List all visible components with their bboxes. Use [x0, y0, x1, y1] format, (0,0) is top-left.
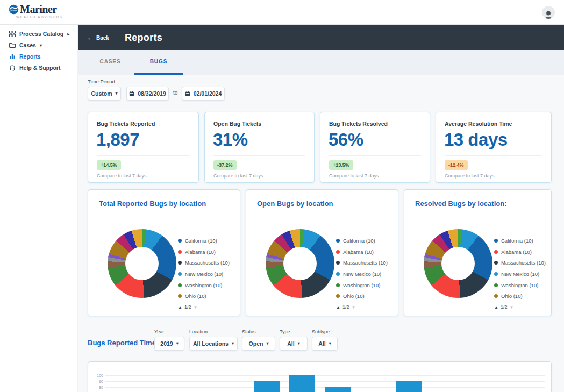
delta-badge: -12.4%	[445, 160, 468, 170]
y-axis-tick-label: 100	[90, 374, 103, 377]
stat-card-title: Bug Tickets Resolved	[329, 120, 388, 127]
legend-page-indicator: 1/2	[184, 304, 191, 310]
legend-item[interactable]: California (10)	[494, 235, 546, 246]
sidebar-item-cases[interactable]: Cases ▾	[0, 40, 77, 51]
filter-value: All Locations	[193, 340, 229, 347]
filter-dropdown-year[interactable]: 2019 ▾	[154, 337, 184, 351]
legend-label: Massachusetts (10)	[343, 260, 388, 266]
filter-label: Location:	[189, 329, 238, 334]
stat-card-title: Open Bug Tickets	[213, 120, 261, 127]
stat-card-value: 13 days	[444, 130, 508, 150]
legend-page-down-icon[interactable]: ▼	[509, 305, 513, 310]
legend-item[interactable]: California (10)	[178, 235, 230, 246]
compare-label: Compare to last 7 days	[445, 173, 495, 179]
sidebar-item-label: Process Catalog	[19, 31, 63, 37]
legend-page-up-icon[interactable]: ▲	[494, 305, 498, 310]
compare-label: Compare to last 7 days	[97, 173, 147, 179]
filter-label: Subtype	[312, 329, 338, 334]
filter-dropdown-subtype[interactable]: All ▾	[312, 337, 338, 351]
stat-card-divider	[97, 155, 190, 156]
stat-card-divider	[213, 155, 305, 156]
legend-item[interactable]: Ohio (10)	[336, 290, 388, 302]
date-from-field[interactable]: 08/32/2019	[126, 87, 169, 101]
stat-card-average-resolution-time: Average Resolution Time 13 days -12.4% C…	[436, 112, 552, 183]
chevron-right-icon: ▸	[67, 32, 69, 37]
back-label: Back	[96, 35, 109, 41]
filter-dropdown-location[interactable]: All Locations ▾	[189, 337, 238, 351]
legend-color-dot	[178, 283, 182, 287]
legend-item[interactable]: Washington (10)	[494, 280, 546, 291]
legend-item[interactable]: Massachusetts (10)	[494, 257, 546, 268]
tab-cases[interactable]: CASES	[86, 50, 134, 75]
legend-item[interactable]: Alabama (10)	[494, 246, 546, 258]
stat-card-title: Bug Tickets Reported	[97, 120, 155, 127]
legend-page-down-icon[interactable]: ▼	[193, 305, 197, 310]
filter-status: Status Open ▾	[242, 329, 275, 351]
back-button[interactable]: ← Back	[87, 34, 109, 41]
donut-chart	[108, 229, 176, 298]
legend-item[interactable]: Alabama (10)	[178, 246, 230, 258]
legend-page-indicator: 1/2	[342, 304, 349, 310]
legend-label: Washington (10)	[501, 282, 538, 288]
date-to-field[interactable]: 02/01/2024	[182, 87, 225, 101]
section-divider	[88, 323, 552, 323]
headset-icon	[9, 65, 16, 71]
legend-item[interactable]: Massachusetts (10)	[178, 257, 230, 268]
filter-year: Year 2019 ▾	[154, 329, 184, 351]
legend-item[interactable]: Washington (10)	[178, 280, 230, 291]
sidebar-item-reports[interactable]: Reports	[0, 51, 77, 62]
legend-label: Alabama (10)	[185, 249, 216, 255]
user-avatar[interactable]	[542, 6, 555, 19]
filter-value: 2019	[160, 340, 173, 347]
filter-type: Type All ▾	[280, 329, 308, 351]
sidebar: Process Catalog ▸ Cases ▾ Reports Help &…	[0, 25, 78, 392]
sidebar-item-help-support[interactable]: Help & Support	[0, 62, 77, 73]
filter-dropdown-status[interactable]: Open ▾	[242, 337, 275, 351]
timeline-bar-slot-9	[396, 381, 422, 392]
legend-item[interactable]: New Mexico (10)	[178, 268, 230, 280]
filter-location: Location: All Locations ▾	[189, 329, 238, 351]
calendar-icon	[129, 91, 134, 96]
stat-card-bug-tickets-reported: Bug Tickets Reported 1,897 +14.5% Compar…	[88, 112, 199, 183]
logo-title: Mariner	[20, 3, 57, 16]
legend-color-dot	[494, 272, 498, 276]
legend-item[interactable]: Alabama (10)	[336, 246, 388, 258]
y-axis-tick-label: 90	[90, 380, 103, 383]
timeline-bar-slot-6	[289, 375, 315, 392]
legend-item[interactable]: Washington (10)	[336, 280, 388, 291]
legend-label: California (10)	[501, 238, 533, 244]
legend-page-up-icon[interactable]: ▲	[336, 305, 340, 310]
legend-item[interactable]: New Mexico (10)	[336, 268, 388, 280]
legend-item[interactable]: Massachusetts (10)	[336, 257, 388, 268]
chart-title: Resolved Bugs by location:	[415, 199, 506, 208]
chevron-down-icon: ▾	[329, 341, 331, 346]
date-range-separator: to	[173, 90, 177, 96]
legend-color-dot	[178, 261, 182, 265]
legend-item[interactable]: New Mexico (10)	[494, 268, 546, 280]
date-to-value: 02/01/2024	[194, 90, 222, 97]
top-header: Mariner WEALTH ADVISORS	[0, 0, 564, 25]
legend-page-up-icon[interactable]: ▲	[178, 305, 182, 310]
chart-legend: California (10) Alabama (10) Massachuset…	[336, 235, 388, 313]
legend-color-dot	[178, 239, 182, 243]
donut-chart	[424, 229, 492, 298]
legend-item[interactable]: Ohio (10)	[178, 290, 230, 302]
stat-card-divider	[329, 155, 421, 156]
time-period-preset-dropdown[interactable]: Custom ▾	[88, 87, 121, 101]
sidebar-item-process-catalog[interactable]: Process Catalog ▸	[0, 28, 77, 39]
compare-label: Compare to last 7 days	[329, 173, 379, 179]
legend-label: Alabama (10)	[343, 249, 374, 255]
chart-title: Total Reported Bugs by location	[99, 199, 206, 208]
bar-chart-icon	[9, 53, 16, 60]
sidebar-item-label: Cases	[19, 42, 36, 48]
legend-item[interactable]: Ohio (10)	[494, 290, 546, 302]
page-title: Reports	[125, 32, 162, 44]
legend-item[interactable]: California (10)	[336, 235, 388, 246]
legend-label: Washington (10)	[343, 282, 380, 288]
tab-bugs[interactable]: BUGS	[134, 50, 183, 75]
legend-page-down-icon[interactable]: ▼	[351, 305, 355, 310]
filter-label: Status	[242, 329, 275, 334]
legend-label: Massachusetts (10)	[185, 260, 230, 266]
filter-dropdown-type[interactable]: All ▾	[280, 337, 308, 351]
gridline-100	[105, 375, 545, 376]
